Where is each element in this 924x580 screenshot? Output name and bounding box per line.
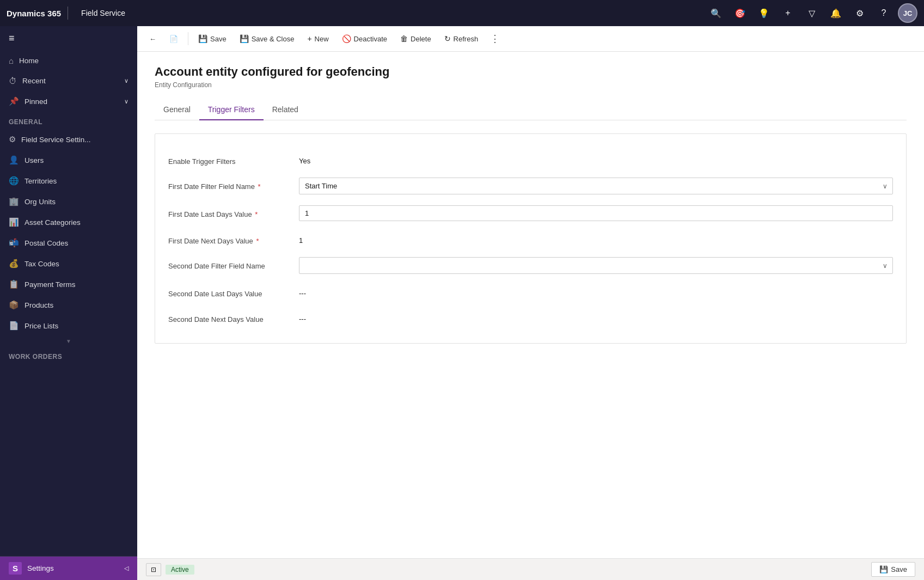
record-icon-button[interactable]: 📄 xyxy=(164,32,183,46)
sidebar-item-tax-codes[interactable]: 💰 Tax Codes xyxy=(0,253,137,274)
top-navigation: Dynamics 365 Field Service 🔍 🎯 💡 + ▽ 🔔 ⚙… xyxy=(0,0,924,26)
first-date-last-days-input[interactable] xyxy=(299,205,893,221)
required-indicator: * xyxy=(255,210,258,218)
sidebar-label-price-lists: Price Lists xyxy=(25,322,58,330)
sidebar-label-asset-categories: Asset Categories xyxy=(25,218,81,227)
sidebar-item-home[interactable]: ⌂ Home xyxy=(0,51,137,71)
form-row-second-date-last-days: Second Date Last Days Value --- xyxy=(168,279,893,304)
record-icon: 📄 xyxy=(169,35,178,43)
status-save-icon: 💾 xyxy=(879,565,888,573)
delete-button[interactable]: 🗑 Delete xyxy=(395,31,437,46)
sidebar-item-asset-categories[interactable]: 📊 Asset Categories xyxy=(0,212,137,233)
tax-icon: 💰 xyxy=(9,259,19,268)
deactivate-button[interactable]: 🚫 Deactivate xyxy=(336,31,393,46)
sidebar-item-payment-terms[interactable]: 📋 Payment Terms xyxy=(0,274,137,295)
required-indicator: * xyxy=(258,182,261,191)
save-close-label: Save & Close xyxy=(252,35,295,43)
expand-button[interactable]: ⊡ xyxy=(146,563,161,576)
lightbulb-icon[interactable]: 💡 xyxy=(754,3,774,23)
sidebar-item-settings[interactable]: S Settings ◁ xyxy=(0,557,137,580)
toolbar-separator-1 xyxy=(188,32,188,45)
brand-title: Dynamics 365 xyxy=(7,9,61,18)
sidebar-item-recent[interactable]: ⏱ Recent ∨ xyxy=(0,71,137,91)
sidebar-item-price-lists[interactable]: 📄 Price Lists xyxy=(0,315,137,336)
user-icon: 👤 xyxy=(9,155,19,165)
target-icon[interactable]: 🎯 xyxy=(730,3,750,23)
brand-area: Dynamics 365 Field Service xyxy=(7,7,125,20)
label-first-date-filter-field: First Date Filter Field Name * xyxy=(168,178,299,192)
scroll-indicator: ▼ xyxy=(0,336,137,346)
settings-icon: ⚙ xyxy=(9,135,16,144)
sidebar-bottom: S Settings ◁ xyxy=(0,556,137,580)
payment-icon: 📋 xyxy=(9,279,19,289)
content-area: ← 📄 💾 Save 💾 Save & Close + New 🚫 Deacti… xyxy=(137,26,924,580)
sidebar-item-users[interactable]: 👤 Users xyxy=(0,150,137,170)
sidebar-section-work-orders: Work Orders xyxy=(0,346,137,364)
main-layout: ≡ ⌂ Home ⏱ Recent ∨ 📌 Pinned ∨ General ⚙… xyxy=(0,26,924,580)
back-button[interactable]: ← xyxy=(144,32,162,46)
org-icon: 🏢 xyxy=(9,197,19,206)
value-second-date-next-days: --- xyxy=(299,310,893,323)
back-arrow-icon: ← xyxy=(149,35,156,43)
gear-icon[interactable]: ⚙ xyxy=(850,3,870,23)
refresh-button[interactable]: ↻ Refresh xyxy=(439,31,484,46)
globe-icon: 🌐 xyxy=(9,176,19,186)
tab-related[interactable]: Related xyxy=(264,100,307,120)
first-date-filter-field-select[interactable]: Start Time End Time Created On Modified … xyxy=(299,178,893,194)
required-indicator: * xyxy=(256,237,259,245)
second-date-filter-field-select[interactable]: Start Time End Time Created On Modified … xyxy=(299,257,893,274)
sidebar: ≡ ⌂ Home ⏱ Recent ∨ 📌 Pinned ∨ General ⚙… xyxy=(0,26,137,580)
filter-icon[interactable]: ▽ xyxy=(802,3,822,23)
save-label: Save xyxy=(210,35,227,43)
avatar[interactable]: JC xyxy=(898,3,917,23)
sidebar-label-fs-settings: Field Service Settin... xyxy=(21,136,91,144)
form-section: Enable Trigger Filters Yes First Date Fi… xyxy=(155,133,907,344)
toolbar: ← 📄 💾 Save 💾 Save & Close + New 🚫 Deacti… xyxy=(137,26,924,52)
sidebar-item-postal-codes[interactable]: 📬 Postal Codes xyxy=(0,233,137,253)
page-content: Account entity configured for geofencing… xyxy=(137,52,924,558)
refresh-icon: ↻ xyxy=(444,34,451,43)
sidebar-label-users: Users xyxy=(25,156,44,164)
label-second-date-next-days: Second Date Next Days Value xyxy=(168,310,299,325)
delete-icon: 🗑 xyxy=(400,34,408,43)
chevron-left-icon: ◁ xyxy=(124,565,128,572)
search-icon[interactable]: 🔍 xyxy=(706,3,726,23)
label-enable-trigger-filters: Enable Trigger Filters xyxy=(168,152,299,167)
more-options-button[interactable]: ⋮ xyxy=(486,30,504,47)
sidebar-item-field-service-settings[interactable]: ⚙ Field Service Settin... xyxy=(0,129,137,150)
select-first-date-filter-field: Start Time End Time Created On Modified … xyxy=(299,178,893,194)
sidebar-label-settings: Settings xyxy=(27,564,54,572)
help-icon[interactable]: ? xyxy=(874,3,894,23)
tab-trigger-filters[interactable]: Trigger Filters xyxy=(199,100,264,120)
status-bar: ⊡ Active 💾 Save xyxy=(137,558,924,580)
plus-icon[interactable]: + xyxy=(778,3,798,23)
nav-divider xyxy=(68,7,68,20)
form-row-first-date-filter-field: First Date Filter Field Name * Start Tim… xyxy=(168,172,893,200)
bell-icon[interactable]: 🔔 xyxy=(826,3,846,23)
new-button[interactable]: + New xyxy=(302,31,334,46)
save-icon: 💾 xyxy=(198,34,207,43)
sidebar-item-products[interactable]: 📦 Products xyxy=(0,295,137,315)
tab-general[interactable]: General xyxy=(155,100,199,120)
save-button[interactable]: 💾 Save xyxy=(193,31,232,46)
sidebar-item-pinned[interactable]: 📌 Pinned ∨ xyxy=(0,91,137,112)
chevron-down-icon: ∨ xyxy=(124,98,128,105)
status-save-button[interactable]: 💾 Save xyxy=(871,562,915,577)
value-enable-trigger-filters: Yes xyxy=(299,152,893,165)
deactivate-label: Deactivate xyxy=(354,35,387,43)
sidebar-item-territories[interactable]: 🌐 Territories xyxy=(0,170,137,191)
value-first-date-next-days: 1 xyxy=(299,232,893,245)
sidebar-item-org-units[interactable]: 🏢 Org Units xyxy=(0,191,137,212)
sidebar-label-payment-terms: Payment Terms xyxy=(25,280,76,289)
refresh-label: Refresh xyxy=(454,35,479,43)
save-close-button[interactable]: 💾 Save & Close xyxy=(234,31,300,46)
label-first-date-last-days: First Date Last Days Value * xyxy=(168,205,299,219)
value-second-date-last-days: --- xyxy=(299,285,893,297)
hamburger-menu[interactable]: ≡ xyxy=(0,26,137,51)
select-second-date-filter-field: Start Time End Time Created On Modified … xyxy=(299,257,893,274)
price-lists-icon: 📄 xyxy=(9,321,19,331)
sidebar-label-tax-codes: Tax Codes xyxy=(25,260,59,268)
form-row-enable-trigger-filters: Enable Trigger Filters Yes xyxy=(168,147,893,172)
home-icon: ⌂ xyxy=(9,56,14,65)
chevron-down-icon: ∨ xyxy=(124,77,128,84)
